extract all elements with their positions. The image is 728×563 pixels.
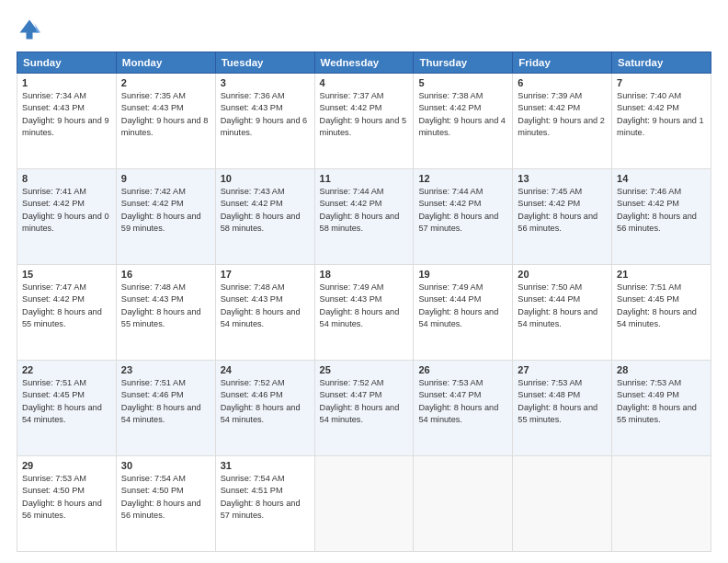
calendar-cell: 27Sunrise: 7:53 AMSunset: 4:48 PMDayligh… <box>513 361 612 456</box>
calendar-cell: 4Sunrise: 7:37 AMSunset: 4:42 PMDaylight… <box>314 74 414 169</box>
day-info: Sunrise: 7:38 AMSunset: 4:42 PMDaylight:… <box>418 90 507 139</box>
day-info: Sunrise: 7:43 AMSunset: 4:42 PMDaylight:… <box>221 186 310 235</box>
calendar-cell: 21Sunrise: 7:51 AMSunset: 4:45 PMDayligh… <box>612 265 711 361</box>
calendar-cell <box>314 456 414 552</box>
day-header-wednesday: Wednesday <box>314 52 414 74</box>
day-info: Sunrise: 7:37 AMSunset: 4:42 PMDaylight:… <box>320 90 409 139</box>
day-info: Sunrise: 7:51 AMSunset: 4:45 PMDaylight:… <box>617 282 706 330</box>
day-number: 31 <box>221 460 310 471</box>
calendar-cell: 5Sunrise: 7:38 AMSunset: 4:42 PMDaylight… <box>414 74 513 169</box>
day-number: 16 <box>121 269 210 280</box>
day-info: Sunrise: 7:40 AMSunset: 4:42 PMDaylight:… <box>617 90 706 139</box>
calendar-cell: 6Sunrise: 7:39 AMSunset: 4:42 PMDaylight… <box>513 74 612 169</box>
day-number: 2 <box>121 77 210 88</box>
day-number: 3 <box>221 77 310 88</box>
day-number: 19 <box>418 269 507 280</box>
calendar-cell: 31Sunrise: 7:54 AMSunset: 4:51 PMDayligh… <box>215 456 314 552</box>
day-number: 27 <box>518 364 607 375</box>
day-info: Sunrise: 7:52 AMSunset: 4:46 PMDaylight:… <box>221 377 310 426</box>
day-header-tuesday: Tuesday <box>215 52 314 74</box>
calendar-cell: 26Sunrise: 7:53 AMSunset: 4:47 PMDayligh… <box>414 361 513 456</box>
day-number: 25 <box>320 364 409 375</box>
day-info: Sunrise: 7:46 AMSunset: 4:42 PMDaylight:… <box>617 186 706 235</box>
day-info: Sunrise: 7:54 AMSunset: 4:51 PMDaylight:… <box>221 473 310 522</box>
day-info: Sunrise: 7:41 AMSunset: 4:42 PMDaylight:… <box>22 186 111 235</box>
day-number: 14 <box>617 173 706 184</box>
calendar-cell: 28Sunrise: 7:53 AMSunset: 4:49 PMDayligh… <box>612 361 711 456</box>
day-info: Sunrise: 7:42 AMSunset: 4:42 PMDaylight:… <box>121 186 210 235</box>
day-info: Sunrise: 7:36 AMSunset: 4:43 PMDaylight:… <box>221 90 310 139</box>
calendar-cell: 17Sunrise: 7:48 AMSunset: 4:43 PMDayligh… <box>215 265 314 361</box>
calendar-cell: 18Sunrise: 7:49 AMSunset: 4:43 PMDayligh… <box>314 265 414 361</box>
calendar-cell: 11Sunrise: 7:44 AMSunset: 4:42 PMDayligh… <box>314 169 414 265</box>
calendar-week-row: 29Sunrise: 7:53 AMSunset: 4:50 PMDayligh… <box>17 456 711 552</box>
day-number: 13 <box>518 173 607 184</box>
day-info: Sunrise: 7:53 AMSunset: 4:47 PMDaylight:… <box>418 377 507 426</box>
day-info: Sunrise: 7:53 AMSunset: 4:50 PMDaylight:… <box>22 473 111 522</box>
day-number: 18 <box>320 269 409 280</box>
calendar-cell: 12Sunrise: 7:44 AMSunset: 4:42 PMDayligh… <box>414 169 513 265</box>
day-number: 4 <box>320 77 409 88</box>
day-info: Sunrise: 7:54 AMSunset: 4:50 PMDaylight:… <box>121 473 210 522</box>
day-info: Sunrise: 7:39 AMSunset: 4:42 PMDaylight:… <box>518 90 607 139</box>
day-number: 12 <box>418 173 507 184</box>
calendar-cell: 13Sunrise: 7:45 AMSunset: 4:42 PMDayligh… <box>513 169 612 265</box>
calendar-header-row: SundayMondayTuesdayWednesdayThursdayFrid… <box>17 52 711 74</box>
calendar-cell: 16Sunrise: 7:48 AMSunset: 4:43 PMDayligh… <box>116 265 215 361</box>
day-info: Sunrise: 7:35 AMSunset: 4:43 PMDaylight:… <box>121 90 210 139</box>
calendar-cell: 9Sunrise: 7:42 AMSunset: 4:42 PMDaylight… <box>116 169 215 265</box>
calendar-cell: 29Sunrise: 7:53 AMSunset: 4:50 PMDayligh… <box>17 456 117 552</box>
calendar-cell: 19Sunrise: 7:49 AMSunset: 4:44 PMDayligh… <box>414 265 513 361</box>
calendar-week-row: 1Sunrise: 7:34 AMSunset: 4:43 PMDaylight… <box>17 74 711 169</box>
logo <box>17 17 46 42</box>
header <box>17 17 711 42</box>
day-info: Sunrise: 7:53 AMSunset: 4:48 PMDaylight:… <box>518 377 607 426</box>
day-info: Sunrise: 7:51 AMSunset: 4:45 PMDaylight:… <box>22 377 111 426</box>
calendar-cell: 7Sunrise: 7:40 AMSunset: 4:42 PMDaylight… <box>612 74 711 169</box>
day-header-friday: Friday <box>513 52 612 74</box>
day-info: Sunrise: 7:50 AMSunset: 4:44 PMDaylight:… <box>518 282 607 330</box>
day-info: Sunrise: 7:52 AMSunset: 4:47 PMDaylight:… <box>320 377 409 426</box>
calendar-cell: 1Sunrise: 7:34 AMSunset: 4:43 PMDaylight… <box>17 74 117 169</box>
day-number: 5 <box>418 77 507 88</box>
calendar-week-row: 8Sunrise: 7:41 AMSunset: 4:42 PMDaylight… <box>17 169 711 265</box>
day-number: 23 <box>121 364 210 375</box>
day-header-sunday: Sunday <box>17 52 117 74</box>
day-number: 30 <box>121 460 210 471</box>
day-header-thursday: Thursday <box>414 52 513 74</box>
calendar-cell: 2Sunrise: 7:35 AMSunset: 4:43 PMDaylight… <box>116 74 215 169</box>
calendar-cell: 22Sunrise: 7:51 AMSunset: 4:45 PMDayligh… <box>17 361 117 456</box>
calendar-cell: 23Sunrise: 7:51 AMSunset: 4:46 PMDayligh… <box>116 361 215 456</box>
day-number: 29 <box>22 460 111 471</box>
calendar-cell: 20Sunrise: 7:50 AMSunset: 4:44 PMDayligh… <box>513 265 612 361</box>
calendar-cell <box>414 456 513 552</box>
day-number: 28 <box>617 364 706 375</box>
logo-icon <box>17 17 42 42</box>
day-number: 24 <box>221 364 310 375</box>
calendar-cell: 3Sunrise: 7:36 AMSunset: 4:43 PMDaylight… <box>215 74 314 169</box>
day-number: 21 <box>617 269 706 280</box>
day-number: 6 <box>518 77 607 88</box>
day-number: 17 <box>221 269 310 280</box>
calendar-cell: 25Sunrise: 7:52 AMSunset: 4:47 PMDayligh… <box>314 361 414 456</box>
calendar-cell <box>513 456 612 552</box>
day-info: Sunrise: 7:51 AMSunset: 4:46 PMDaylight:… <box>121 377 210 426</box>
calendar-cell <box>612 456 711 552</box>
calendar-week-row: 15Sunrise: 7:47 AMSunset: 4:42 PMDayligh… <box>17 265 711 361</box>
day-header-saturday: Saturday <box>612 52 711 74</box>
day-number: 7 <box>617 77 706 88</box>
calendar-cell: 14Sunrise: 7:46 AMSunset: 4:42 PMDayligh… <box>612 169 711 265</box>
day-info: Sunrise: 7:45 AMSunset: 4:42 PMDaylight:… <box>518 186 607 235</box>
day-number: 10 <box>221 173 310 184</box>
day-info: Sunrise: 7:49 AMSunset: 4:43 PMDaylight:… <box>320 282 409 330</box>
day-header-monday: Monday <box>116 52 215 74</box>
day-info: Sunrise: 7:48 AMSunset: 4:43 PMDaylight:… <box>221 282 310 330</box>
calendar-table: SundayMondayTuesdayWednesdayThursdayFrid… <box>17 52 711 552</box>
day-number: 1 <box>22 77 111 88</box>
calendar-cell: 24Sunrise: 7:52 AMSunset: 4:46 PMDayligh… <box>215 361 314 456</box>
day-info: Sunrise: 7:53 AMSunset: 4:49 PMDaylight:… <box>617 377 706 426</box>
day-number: 22 <box>22 364 111 375</box>
day-number: 15 <box>22 269 111 280</box>
day-info: Sunrise: 7:47 AMSunset: 4:42 PMDaylight:… <box>22 282 111 330</box>
calendar-week-row: 22Sunrise: 7:51 AMSunset: 4:45 PMDayligh… <box>17 361 711 456</box>
